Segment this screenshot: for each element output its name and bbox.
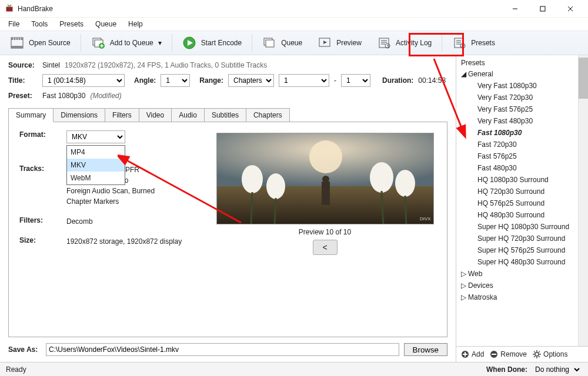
statusbar: Ready When Done: Do nothing — [0, 362, 588, 376]
presets-button[interactable]: Presets — [446, 33, 502, 53]
preset-item[interactable]: HQ 1080p30 Surround — [457, 174, 577, 186]
menu-file[interactable]: File — [4, 19, 24, 29]
format-dropdown: MP4 MKV WebM — [66, 145, 125, 185]
tab-dimensions[interactable]: Dimensions — [53, 108, 105, 122]
format-option-mp4[interactable]: MP4 — [67, 146, 125, 159]
preset-item[interactable]: Super HQ 576p25 Surround — [457, 244, 577, 256]
range-to-select[interactable]: 1 — [341, 74, 370, 87]
when-done-select[interactable]: Do nothing — [530, 364, 582, 375]
minimize-button[interactable] — [502, 1, 528, 17]
size-value: 1920x872 storage, 1920x872 display — [66, 236, 196, 247]
start-encode-button[interactable]: Start Encode — [176, 33, 248, 53]
tab-strip: Summary Dimensions Filters Video Audio S… — [8, 108, 447, 122]
range-from-select[interactable]: 1 — [279, 74, 329, 87]
preset-group-web[interactable]: ▷ Web — [457, 268, 577, 280]
maximize-button[interactable] — [529, 1, 556, 17]
play-icon — [182, 36, 196, 50]
tab-filters[interactable]: Filters — [105, 108, 139, 122]
svg-point-57 — [535, 352, 539, 356]
preset-item[interactable]: Super HQ 720p30 Surround — [457, 233, 577, 244]
save-path-input[interactable] — [46, 343, 399, 356]
queue-label: Queue — [281, 39, 302, 47]
preset-item[interactable]: Very Fast 480p30 — [457, 115, 577, 127]
tab-video[interactable]: Video — [139, 108, 172, 122]
chevron-down-icon: ▾ — [158, 39, 162, 47]
scrollbar[interactable] — [578, 55, 588, 346]
activity-log-button[interactable]: Activity Log — [370, 33, 438, 53]
svg-line-65 — [534, 356, 535, 357]
preset-item[interactable]: Very Fast 1080p30 — [457, 80, 577, 92]
queue-button[interactable]: Queue — [256, 33, 309, 53]
preset-item[interactable]: Fast 1080p30 — [457, 127, 577, 139]
titlebar: HandBrake — [0, 0, 588, 18]
preset-item[interactable]: HQ 576p25 Surround — [457, 197, 577, 209]
preset-item[interactable]: Very Fast 576p25 — [457, 103, 577, 115]
preview-prev-button[interactable]: < — [313, 240, 338, 255]
preset-group-devices[interactable]: ▷ Devices — [457, 280, 577, 291]
format-label: Format: — [19, 130, 66, 139]
format-select[interactable]: MKV — [66, 130, 125, 143]
tab-audio[interactable]: Audio — [171, 108, 205, 122]
format-option-webm[interactable]: WebM — [67, 172, 125, 184]
preset-add-label: Add — [472, 350, 484, 358]
title-select[interactable]: 1 (00:14:58) — [42, 74, 125, 87]
start-encode-label: Start Encode — [201, 39, 242, 47]
source-name: Sintel — [42, 61, 60, 69]
preset-remove-label: Remove — [500, 350, 527, 358]
preset-group-general[interactable]: ◢ General — [457, 68, 577, 80]
preset-item[interactable]: Very Fast 720p30 — [457, 92, 577, 103]
preset-item[interactable]: Super HQ 1080p30 Surround — [457, 221, 577, 233]
preview-button[interactable]: Preview — [311, 33, 368, 53]
range-type-select[interactable]: Chapters — [228, 74, 274, 87]
preset-add-button[interactable]: Add — [461, 350, 484, 358]
source-label: Source: — [8, 61, 38, 69]
preview-caption: Preview 10 of 10 — [299, 228, 351, 236]
preset-remove-button[interactable]: Remove — [490, 350, 527, 358]
svg-line-44 — [275, 198, 276, 224]
svg-point-45 — [370, 162, 393, 193]
preset-item[interactable]: Fast 480p30 — [457, 162, 577, 174]
preset-item[interactable]: HQ 480p30 Surround — [457, 209, 577, 221]
menu-presets[interactable]: Presets — [55, 19, 88, 29]
size-label: Size: — [19, 236, 66, 244]
menu-tools[interactable]: Tools — [26, 19, 52, 29]
tab-chapters[interactable]: Chapters — [246, 108, 290, 122]
app-icon — [5, 4, 14, 14]
svg-rect-21 — [266, 40, 274, 47]
open-source-button[interactable]: Open Source — [4, 33, 77, 53]
tab-subtitles[interactable]: Subtitles — [204, 108, 246, 122]
preset-value: Fast 1080p30 — [42, 92, 85, 100]
svg-point-47 — [395, 170, 415, 197]
close-button[interactable] — [557, 1, 583, 17]
preview-label: Preview — [336, 39, 362, 47]
add-to-queue-button[interactable]: Add to Queue ▾ — [85, 33, 168, 53]
svg-rect-3 — [540, 6, 545, 11]
preset-item[interactable]: Super HQ 480p30 Surround — [457, 256, 577, 268]
preset-item[interactable]: Fast 720p30 — [457, 139, 577, 150]
presets-icon — [452, 36, 466, 50]
preset-item[interactable]: Fast 576p25 — [457, 150, 577, 162]
format-option-mkv[interactable]: MKV — [67, 159, 125, 172]
preset-options-button[interactable]: Options — [533, 350, 567, 358]
preview-image: DIVX — [216, 133, 434, 224]
range-sep: - — [334, 76, 336, 85]
svg-text:DIVX: DIVX — [420, 216, 431, 221]
save-as-label: Save As: — [8, 345, 41, 354]
svg-point-41 — [242, 165, 263, 193]
svg-point-38 — [309, 140, 342, 173]
browse-button[interactable]: Browse — [404, 343, 447, 356]
preview-icon — [318, 36, 332, 50]
menu-queue[interactable]: Queue — [91, 19, 121, 29]
duration-label: Duration: — [382, 76, 413, 85]
tab-summary[interactable]: Summary — [8, 108, 54, 122]
menu-help[interactable]: Help — [123, 19, 148, 29]
film-icon — [10, 36, 24, 50]
svg-line-64 — [539, 351, 540, 352]
activity-log-label: Activity Log — [396, 39, 432, 47]
angle-select[interactable]: 1 — [161, 74, 190, 87]
when-done-label: When Done: — [486, 365, 527, 374]
preset-group-matroska[interactable]: ▷ Matroska — [457, 291, 577, 303]
status-text: Ready — [6, 365, 486, 374]
preset-item[interactable]: HQ 720p30 Surround — [457, 186, 577, 197]
filters-field-label: Filters: — [19, 216, 66, 224]
